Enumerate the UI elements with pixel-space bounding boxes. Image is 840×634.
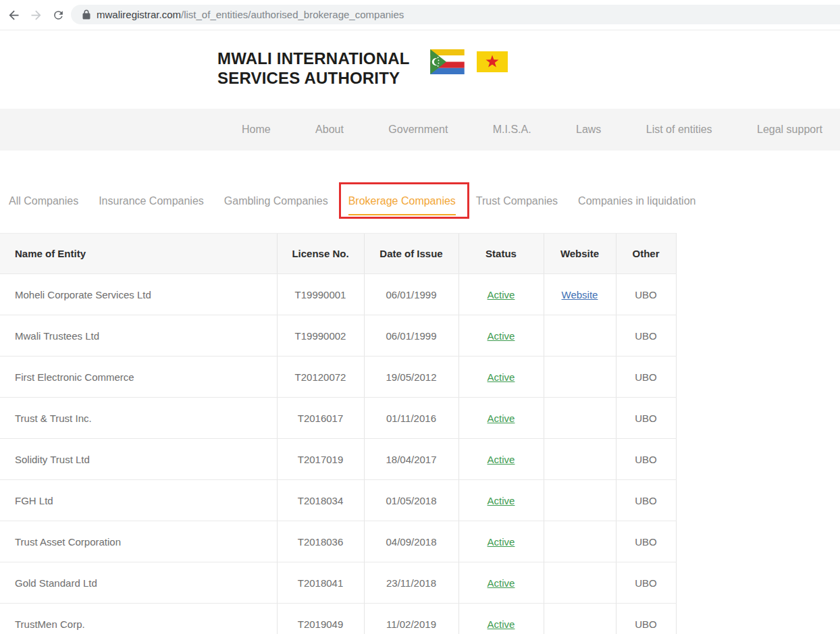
- site-title-line1: MWALI INTERNATIONAL: [217, 49, 410, 68]
- cell-date-of-issue: 19/05/2012: [364, 356, 458, 398]
- tab-trust-companies[interactable]: Trust Companies: [476, 196, 558, 215]
- tab-gambling-companies[interactable]: Gambling Companies: [224, 196, 328, 215]
- status-link[interactable]: Active: [488, 371, 515, 383]
- cell-website: [544, 356, 616, 398]
- cell-status: Active: [458, 274, 544, 315]
- cell-website: Website: [544, 274, 616, 315]
- cell-website: [544, 398, 616, 439]
- cell-date-of-issue: 01/11/2016: [364, 398, 458, 439]
- lock-icon[interactable]: [82, 9, 90, 20]
- url-text: mwaliregistrar.com/list_of_entities/auth…: [97, 9, 404, 20]
- cell-license-no: T2019049: [277, 604, 364, 634]
- main-nav: HomeAboutGovernmentM.I.S.A.LawsList of e…: [0, 109, 840, 151]
- cell-status: Active: [458, 439, 544, 480]
- cell-date-of-issue: 23/11/2018: [364, 562, 458, 604]
- cell-website: [544, 562, 616, 604]
- tab-brokerage-companies[interactable]: Brokerage Companies: [348, 196, 456, 215]
- nav-item-list-of-entities[interactable]: List of entities: [646, 124, 712, 136]
- column-header-other: Other: [616, 234, 676, 274]
- table-row: First Electronic CommerceT2012007219/05/…: [0, 356, 676, 398]
- url-input[interactable]: mwaliregistrar.com/list_of_entities/auth…: [71, 5, 840, 24]
- back-button[interactable]: [5, 7, 22, 23]
- table-row: Mwali Trustees LtdT1999000206/01/1999Act…: [0, 315, 676, 356]
- cell-status: Active: [458, 562, 544, 604]
- cell-status: Active: [458, 315, 544, 356]
- cell-license-no: T2016017: [277, 398, 364, 439]
- cell-license-no: T2018034: [277, 480, 364, 521]
- reload-icon: [52, 9, 65, 22]
- cell-other: UBO: [616, 562, 676, 604]
- cell-other: UBO: [616, 604, 676, 634]
- cell-status: Active: [458, 398, 544, 439]
- entity-tabs: All CompaniesInsurance CompaniesGambling…: [9, 196, 695, 215]
- cell-license-no: T19990001: [277, 274, 364, 315]
- cell-date-of-issue: 01/05/2018: [364, 480, 458, 521]
- table-row: Solidity Trust LtdT201701918/04/2017Acti…: [0, 439, 676, 480]
- status-link[interactable]: Active: [488, 618, 515, 630]
- status-link[interactable]: Active: [488, 536, 515, 548]
- url-domain: mwaliregistrar.com: [97, 9, 181, 20]
- cell-website: [544, 604, 616, 634]
- status-link[interactable]: Active: [488, 330, 515, 342]
- cell-website: [544, 439, 616, 480]
- cell-entity-name: First Electronic Commerce: [0, 356, 277, 398]
- cell-license-no: T19990002: [277, 315, 364, 356]
- cell-entity-name: Solidity Trust Ltd: [0, 439, 277, 480]
- table-header-row: Name of EntityLicense No.Date of IssueSt…: [0, 234, 676, 274]
- cell-other: UBO: [616, 480, 676, 521]
- tab-insurance-companies[interactable]: Insurance Companies: [99, 196, 204, 215]
- site-title-line2: SERVICES AUTHORITY: [217, 68, 410, 88]
- tab-all-companies[interactable]: All Companies: [9, 196, 78, 215]
- annotation-highlight-box: [339, 182, 469, 219]
- table-row: FGH LtdT201803401/05/2018ActiveUBO: [0, 480, 676, 521]
- nav-item-home[interactable]: Home: [242, 124, 271, 136]
- cell-date-of-issue: 04/09/2018: [364, 521, 458, 562]
- table-row: Moheli Corporate Services LtdT1999000106…: [0, 274, 676, 315]
- cell-date-of-issue: 11/02/2019: [364, 604, 458, 634]
- nav-item-laws[interactable]: Laws: [576, 124, 601, 136]
- status-link[interactable]: Active: [488, 289, 515, 300]
- cell-entity-name: TrustMen Corp.: [0, 604, 277, 634]
- table-body: Moheli Corporate Services LtdT1999000106…: [0, 274, 676, 634]
- column-header-license-no: License No.: [277, 234, 364, 274]
- nav-item-legal-support[interactable]: Legal support: [757, 124, 822, 136]
- cell-website: [544, 315, 616, 356]
- cell-website: [544, 521, 616, 562]
- forward-button[interactable]: [28, 7, 44, 23]
- browser-toolbar: mwaliregistrar.com/list_of_entities/auth…: [0, 0, 840, 30]
- cell-entity-name: Trust & Trust Inc.: [0, 398, 277, 439]
- cell-date-of-issue: 06/01/1999: [364, 315, 458, 356]
- table-header: Name of EntityLicense No.Date of IssueSt…: [0, 234, 676, 274]
- column-header-name-of-entity: Name of Entity: [0, 234, 277, 274]
- table-row: TrustMen Corp.T201904911/02/2019ActiveUB…: [0, 604, 676, 634]
- cell-other: UBO: [616, 356, 676, 398]
- cell-license-no: T2018041: [277, 562, 364, 604]
- cell-status: Active: [458, 356, 544, 398]
- cell-entity-name: Trust Asset Corporation: [0, 521, 277, 562]
- status-link[interactable]: Active: [488, 413, 515, 424]
- status-link[interactable]: Active: [488, 454, 515, 465]
- mwali-flag: [477, 51, 508, 72]
- cell-license-no: T2017019: [277, 439, 364, 480]
- cell-entity-name: Moheli Corporate Services Ltd: [0, 274, 277, 315]
- status-link[interactable]: Active: [488, 577, 515, 589]
- status-link[interactable]: Active: [488, 495, 515, 506]
- table-row: Gold Standard LtdT201804123/11/2018Activ…: [0, 562, 676, 604]
- column-header-status: Status: [458, 234, 544, 274]
- cell-date-of-issue: 18/04/2017: [364, 439, 458, 480]
- cell-other: UBO: [616, 274, 676, 315]
- cell-entity-name: Mwali Trustees Ltd: [0, 315, 277, 356]
- nav-item-m-i-s-a[interactable]: M.I.S.A.: [493, 124, 531, 136]
- cell-status: Active: [458, 604, 544, 634]
- cell-other: UBO: [616, 315, 676, 356]
- cell-status: Active: [458, 480, 544, 521]
- nav-item-government[interactable]: Government: [388, 124, 448, 136]
- nav-item-about[interactable]: About: [315, 124, 344, 136]
- website-link[interactable]: Website: [562, 289, 598, 300]
- table-row: Trust & Trust Inc.T201601701/11/2016Acti…: [0, 398, 676, 439]
- reload-button[interactable]: [50, 7, 66, 23]
- tab-companies-in-liquidation[interactable]: Companies in liquidation: [578, 196, 695, 215]
- table-row: Trust Asset CorporationT201803604/09/201…: [0, 521, 676, 562]
- cell-status: Active: [458, 521, 544, 562]
- cell-other: UBO: [616, 398, 676, 439]
